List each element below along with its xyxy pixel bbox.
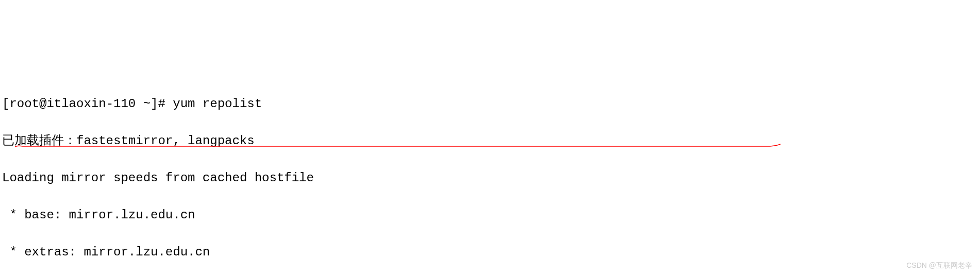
watermark: CSDN @互联网老辛	[906, 260, 972, 271]
mirror-base: * base: mirror.lzu.edu.cn	[2, 206, 978, 225]
command-line: [root@itlaoxin-110 ~]# yum repolist	[2, 95, 978, 113]
loading-line: Loading mirror speeds from cached hostfi…	[2, 169, 978, 187]
terminal-output: [root@itlaoxin-110 ~]# yum repolist 已加载插…	[2, 76, 978, 275]
annotation-underline	[0, 146, 766, 147]
mirror-extras: * extras: mirror.lzu.edu.cn	[2, 243, 978, 262]
